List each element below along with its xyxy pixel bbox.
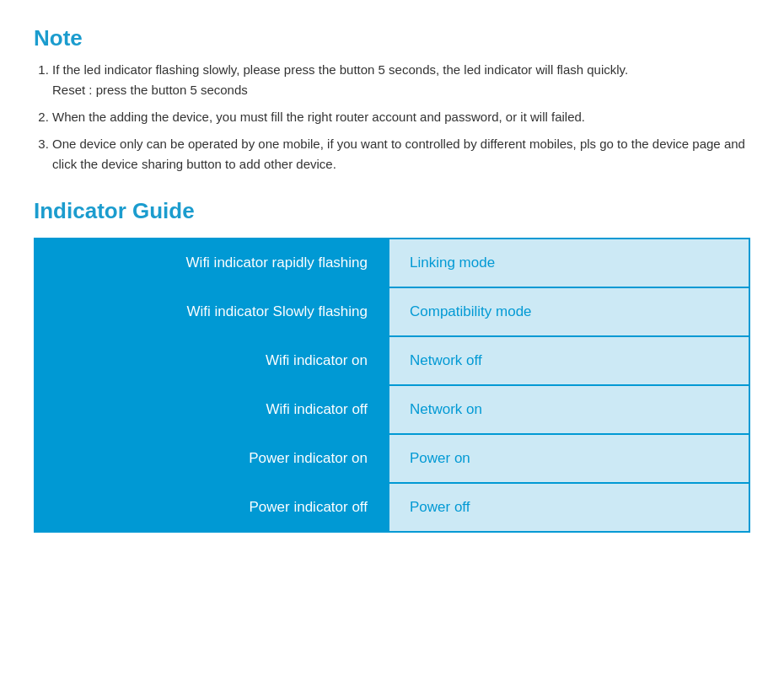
indicator-right-3: Network on — [389, 385, 749, 434]
indicator-right-5: Power off — [389, 483, 749, 532]
note-title: Note — [34, 25, 750, 51]
table-row: Wifi indicator rapidly flashingLinking m… — [35, 239, 749, 287]
indicator-left-3: Wifi indicator off — [35, 385, 389, 434]
indicator-left-1: Wifi indicator Slowly flashing — [35, 287, 389, 336]
table-row: Power indicator offPower off — [35, 483, 749, 532]
indicator-right-0: Linking mode — [389, 239, 749, 287]
indicator-left-5: Power indicator off — [35, 483, 389, 532]
indicator-table: Wifi indicator rapidly flashingLinking m… — [34, 238, 750, 533]
note-list: If the led indicator flashing slowly, pl… — [34, 60, 750, 174]
table-row: Power indicator onPower on — [35, 434, 749, 483]
table-row: Wifi indicator offNetwork on — [35, 385, 749, 434]
indicator-left-4: Power indicator on — [35, 434, 389, 483]
indicator-left-2: Wifi indicator on — [35, 336, 389, 385]
indicator-left-0: Wifi indicator rapidly flashing — [35, 239, 389, 287]
table-row: Wifi indicator onNetwork off — [35, 336, 749, 385]
note-item-1: If the led indicator flashing slowly, pl… — [52, 60, 750, 100]
table-row: Wifi indicator Slowly flashingCompatibil… — [35, 287, 749, 336]
indicator-right-1: Compatibility mode — [389, 287, 749, 336]
indicator-right-2: Network off — [389, 336, 749, 385]
note-item-3: One device only can be operated by one m… — [52, 134, 750, 174]
note-item-2: When the adding the device, you must fil… — [52, 107, 750, 127]
indicator-right-4: Power on — [389, 434, 749, 483]
indicator-guide-title: Indicator Guide — [34, 198, 750, 224]
